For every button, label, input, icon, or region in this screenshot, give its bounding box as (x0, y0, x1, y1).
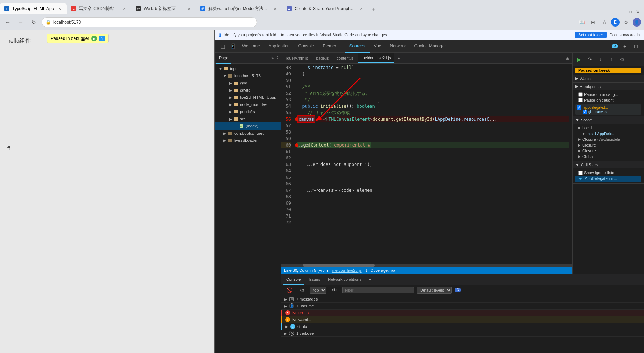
tab-prompts[interactable]: ▲ Create & Share Your Prompts - F ✕ (282, 3, 369, 14)
scope-local-item[interactable]: ▶ Local (575, 125, 641, 131)
tree-item-live2d-html[interactable]: ▶ live2d_HTML_Upgr... (215, 94, 281, 101)
tree-item-src[interactable]: ▶ src (215, 115, 281, 122)
tab-vue[interactable]: Vue (370, 40, 386, 53)
scope-this-item[interactable]: ▶ this: LAppDele... (575, 131, 641, 136)
read-mode-icon[interactable]: 📖 (576, 17, 587, 27)
tree-item-id[interactable]: ▶ @id (215, 79, 281, 87)
breakpoints-header[interactable]: ▶ Breakpoints (573, 83, 644, 90)
tab-close-3[interactable]: ✕ (186, 6, 192, 11)
console-tab-network-conditions[interactable]: Network conditions (324, 275, 365, 285)
console-level-select[interactable]: Default levels (417, 287, 452, 294)
tab-typescript-html[interactable]: T TypeScript HTML App ✕ (0, 3, 67, 14)
call-stack-header[interactable]: ▼ Call Stack (573, 161, 644, 168)
set-root-button[interactable]: Set root folder (575, 32, 607, 38)
add-tab-icon[interactable]: + (620, 41, 630, 51)
console-filter-icon[interactable]: ⊘ (297, 285, 307, 295)
console-row-6-info[interactable]: ▶ ℹ 6 info (281, 323, 644, 330)
user-avatar[interactable]: 👤 (633, 18, 641, 27)
tree-item-vite[interactable]: ▶ @vite (215, 87, 281, 94)
tab-cookie-manager[interactable]: Cookie Manager (410, 40, 450, 53)
favorites-icon[interactable]: ☆ (599, 17, 610, 27)
reload-button[interactable]: ↻ (29, 17, 39, 27)
src-tab-more[interactable]: » (271, 56, 274, 61)
tab-wetab[interactable]: W WeTab 新标签页 ✕ (131, 3, 196, 14)
device-toggle-icon[interactable]: 📱 (228, 41, 238, 51)
dismiss-notification-button[interactable]: Don't show again (610, 33, 640, 37)
breakpoint-sub-checkbox[interactable] (583, 110, 587, 114)
code-view-options[interactable]: ⊞ (564, 56, 571, 61)
scope-closure2-item[interactable]: ▶ Closure (575, 142, 641, 148)
show-ignore-checkbox[interactable] (578, 171, 583, 175)
tree-item-index[interactable]: ▶ js (index) (215, 122, 281, 130)
resume-execution-button[interactable]: ▶ (574, 54, 584, 64)
breakpoint-checkbox[interactable] (577, 105, 581, 110)
tab-csdn[interactable]: C 写文章-CSDN博客 ✕ (67, 3, 131, 14)
tab-elements[interactable]: Elements (319, 40, 345, 53)
step-out-button[interactable]: ↑ (606, 54, 616, 64)
watch-section-header[interactable]: ▶ Watch (573, 75, 644, 82)
step-into-button[interactable]: ↓ (596, 54, 606, 64)
source-file-link[interactable]: meidou_live2d.js (332, 268, 362, 273)
tree-item-top[interactable]: ▼ top (215, 65, 281, 72)
scope-closure3-item[interactable]: ▶ Closure (575, 148, 641, 154)
code-tab-meidou[interactable]: meidou_live2d.js (358, 53, 395, 63)
pause-caught-checkbox[interactable] (578, 98, 583, 102)
resume-icon[interactable]: ▶ (91, 36, 97, 41)
tab-welcome[interactable]: Welcome (238, 40, 264, 53)
maximize-btn[interactable]: □ (629, 9, 632, 14)
code-horizontal-scrollbar[interactable] (281, 264, 572, 267)
console-tab-issues[interactable]: Issues (305, 275, 324, 285)
src-tab-page[interactable]: Page (216, 53, 231, 64)
tree-item-localhost[interactable]: ▼ localhost:5173 (215, 72, 281, 79)
code-tab-content[interactable]: content.js (333, 53, 357, 63)
code-tab-more[interactable]: » (395, 56, 402, 61)
tab-application[interactable]: Application (264, 40, 294, 53)
scope-global-item[interactable]: ▶ Global (575, 154, 641, 159)
step-over-button[interactable]: ↷ (585, 54, 595, 64)
tab-close-2[interactable]: ✕ (121, 6, 127, 11)
code-tab-jquery[interactable]: jquery.min.js (283, 53, 312, 63)
deactivate-breakpoints-button[interactable]: ⊘ (617, 54, 627, 64)
code-scrollbar-thumb[interactable] (303, 264, 375, 267)
forward-button[interactable]: → (16, 17, 26, 27)
tab-console[interactable]: Console (294, 40, 319, 53)
tab-close-4[interactable]: ✕ (272, 6, 278, 11)
src-tab-menu[interactable]: ⋮ (275, 56, 279, 61)
pause-uncaught-checkbox[interactable] (578, 92, 583, 97)
console-tab-console[interactable]: Console (283, 275, 304, 285)
new-tab-button[interactable]: + (369, 4, 379, 14)
scope-header[interactable]: ▼ Scope (573, 116, 644, 124)
call-stack-item-1[interactable]: ↪ LAppDelegate.init... (575, 176, 641, 182)
split-view-icon[interactable]: ⊟ (588, 17, 598, 27)
tab-waifu[interactable]: 解 解决waifuTip的initModel方法问题 ✕ (196, 3, 282, 14)
minimize-btn[interactable]: ─ (622, 9, 625, 14)
extensions-icon[interactable]: E (611, 18, 620, 27)
console-context-select[interactable]: top (310, 287, 326, 294)
console-row-verbose[interactable]: ▶ ⚙ 1 verbose (281, 330, 644, 337)
console-row-no-warnings[interactable]: ! No warni... (281, 316, 644, 323)
back-button[interactable]: ← (3, 17, 13, 27)
console-row-messages[interactable]: ▶ 7 messages (281, 296, 644, 303)
tab-close-1[interactable]: ✕ (57, 6, 62, 11)
scope-closure1-item[interactable]: ▶ Closure (./src/lappdele (575, 136, 641, 142)
url-bar[interactable]: 🔒 localhost:5173 (42, 17, 257, 27)
settings-icon[interactable]: ⚙ (621, 17, 631, 27)
tree-item-live2dloader[interactable]: ▶ live2dLoader (215, 137, 281, 144)
step-over-icon[interactable]: ⤵ (99, 36, 105, 41)
console-eye-icon[interactable]: 👁 (329, 285, 339, 295)
tree-item-cdn[interactable]: ▶ cdn.bootcdn.net (215, 130, 281, 137)
tab-network[interactable]: Network (386, 40, 410, 53)
inspect-element-icon[interactable]: ⬚ (218, 41, 228, 51)
close-window-btn[interactable]: ✕ (636, 9, 640, 14)
tab-close-5[interactable]: ✕ (358, 6, 364, 11)
console-filter-input[interactable] (342, 287, 414, 293)
clear-console-icon[interactable]: 🚫 (284, 285, 294, 295)
code-tab-page[interactable]: page.js (312, 53, 332, 63)
dock-icon[interactable]: ⊡ (631, 41, 641, 51)
tab-sources[interactable]: Sources (345, 40, 370, 53)
tree-item-node-modules[interactable]: ▶ node_modules (215, 101, 281, 108)
console-row-user-messages[interactable]: ▶ 👤 7 user me... (281, 303, 644, 310)
add-console-tab-button[interactable]: + (369, 277, 371, 282)
tree-item-public-js[interactable]: ▶ public/js (215, 108, 281, 115)
console-row-no-errors[interactable]: ✕ No errors (281, 310, 644, 316)
